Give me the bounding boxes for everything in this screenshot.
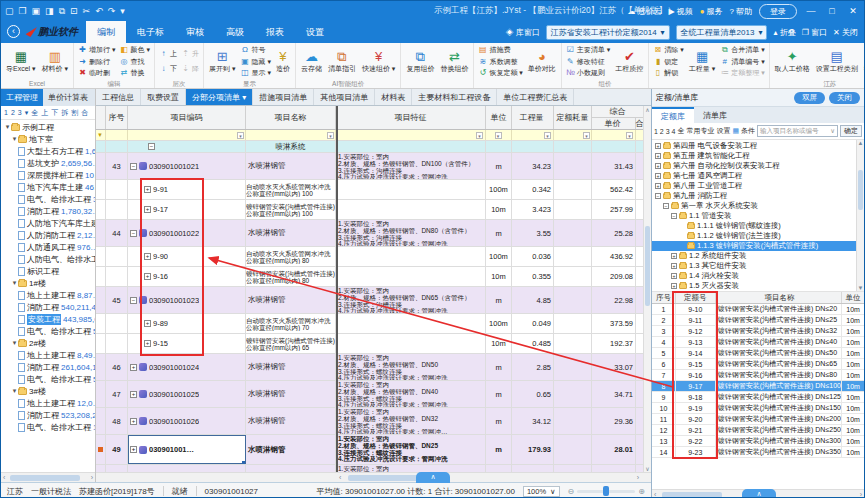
table-row[interactable]: 44−030901001022水喷淋钢管1.安装部位：室内2.材质、规格：热镀锌… bbox=[96, 220, 651, 247]
ribbon-color-button[interactable]: ◧颜色 ▾ bbox=[120, 45, 150, 55]
scroll-down-icon[interactable]: ▼ bbox=[857, 285, 864, 291]
library-tree-item[interactable]: 1.1.2 镀锌钢管(法兰连接) bbox=[652, 231, 864, 241]
filter-dropdown-icon[interactable]: ▾ bbox=[544, 132, 551, 139]
expand-icon[interactable]: − bbox=[655, 193, 661, 199]
ribbon-demote-button[interactable]: ⇣降 bbox=[181, 64, 199, 74]
ribbon-show-button[interactable]: ◫显示 ▾ bbox=[240, 68, 270, 78]
condition-button[interactable]: 条件 bbox=[741, 126, 755, 136]
library-tab-清单库[interactable]: 清单库 bbox=[694, 107, 736, 123]
sidebar-tool-1[interactable]: 1 bbox=[4, 109, 8, 116]
sidebar-tool-2[interactable]: 2 bbox=[11, 109, 15, 116]
ribbon-quantity-button[interactable]: ▦工程量 ▾ bbox=[686, 44, 718, 79]
library-tree-item[interactable]: −第一章 水灭火系统安装 bbox=[652, 201, 864, 211]
filter-dropdown-icon[interactable]: ▾ bbox=[495, 132, 502, 139]
ribbon-list-guide-button[interactable]: ⧉清单指引 bbox=[325, 44, 359, 79]
more-icon[interactable]: ▾ bbox=[120, 6, 125, 16]
ribbon-unlock-button[interactable]: ▯解锁 bbox=[653, 68, 683, 78]
sidebar-tab-单价计算表[interactable]: 单价计算表 bbox=[43, 89, 93, 106]
tree-item[interactable]: 地上土建工程8,87… bbox=[1, 289, 95, 301]
confirm-button[interactable]: 确定 bbox=[840, 125, 862, 137]
sidebar-tool-上[interactable]: 上 bbox=[41, 108, 48, 118]
tree-item[interactable]: 人防通风工程976… bbox=[1, 241, 95, 253]
minimize-button[interactable]: — bbox=[804, 6, 818, 16]
sidebar-tool-下[interactable]: 下 bbox=[51, 108, 58, 118]
library-table-row[interactable]: 129-21镀锌钢管安装(沟槽式管件连接) DN≤25010m bbox=[652, 425, 864, 436]
filter-dropdown-icon[interactable]: ▾ bbox=[327, 132, 334, 139]
undo-icon[interactable]: ↶ bbox=[95, 6, 103, 16]
library-tree-item[interactable]: −1.1 管道安装 bbox=[652, 211, 864, 221]
tree-item[interactable]: 标识工程 bbox=[1, 265, 95, 277]
ribbon-price-compare-button[interactable]: ◕单价对比 bbox=[525, 44, 559, 79]
expand-icon[interactable]: + bbox=[144, 273, 151, 280]
list-library-select[interactable]: 全统工程量清单2013▾ bbox=[676, 25, 768, 40]
tree-item[interactable]: 消防工程261,604,1… bbox=[1, 361, 95, 373]
library-tree-item[interactable]: 1.1.3 镀锌钢管安装(沟槽式管件连接) bbox=[652, 241, 864, 251]
table-row[interactable]: 49+030901001…水喷淋钢管1.安装部位：室内2.材质、规格：热镀锌钢管… bbox=[96, 435, 651, 465]
library-table-row[interactable]: 149-23镀锌钢管安装(沟槽式管件连接) DN≤35010m bbox=[652, 447, 864, 458]
library-window-button[interactable]: ◈ 库窗口 bbox=[506, 27, 540, 38]
tab-取费设置[interactable]: 取费设置 bbox=[141, 89, 186, 105]
ribbon-delete-row-button[interactable]: ➜删除行 bbox=[78, 57, 115, 67]
tree-item[interactable]: 深层搅拌桩工程10… bbox=[1, 169, 95, 181]
expand-bottom-panel-button[interactable]: ∧ bbox=[416, 472, 450, 483]
frozen-pane-divider[interactable] bbox=[336, 106, 338, 472]
maximize-button[interactable]: □ bbox=[825, 6, 839, 16]
tab-单位工程费汇总表[interactable]: 单位工程费汇总表 bbox=[497, 89, 574, 105]
tree-item[interactable]: 地下汽车库土建46… bbox=[1, 181, 95, 193]
table-row[interactable]: +9-15镀锌钢管安装(沟槽式管件连接) 公称直径(mm以内) 6510m0.4… bbox=[96, 334, 651, 354]
ribbon-cloud-storage-button[interactable]: ☁云存储 bbox=[298, 44, 325, 79]
sidebar-tool-3[interactable]: 3 bbox=[18, 109, 22, 116]
tree-item[interactable]: ▾地下室 bbox=[1, 133, 95, 145]
filter-dropdown-icon[interactable]: ▾ bbox=[237, 132, 244, 139]
expand-icon[interactable]: + bbox=[144, 253, 151, 260]
filter-dropdown-icon[interactable]: ▾ bbox=[626, 132, 633, 139]
zoom-out-icon[interactable]: ⊖ bbox=[568, 487, 575, 496]
main-vertical-scrollbar[interactable]: ∧∨ bbox=[643, 106, 651, 472]
ribbon-decimal-rule-button[interactable]: №小数规则 bbox=[566, 68, 610, 78]
ribbon-project-category-button[interactable]: ▤设置工程类别 bbox=[813, 44, 861, 79]
cut-icon[interactable]: ✂ bbox=[83, 6, 91, 16]
expand-icon[interactable]: + bbox=[655, 143, 661, 149]
ribbon-expand-to-button[interactable]: ⊞展开到 ▾ bbox=[206, 44, 238, 79]
ribbon-measure-fee-button[interactable]: ▤措施费 bbox=[478, 45, 522, 55]
library-table-row[interactable]: 39-12镀锌钢管安装(沟槽式管件连接) DN≤3210m bbox=[652, 326, 864, 337]
ribbon-tab-电子标[interactable]: 电子标 bbox=[126, 21, 175, 43]
panel-close-button[interactable]: 关闭 bbox=[829, 92, 860, 104]
group-row[interactable]: −喷淋系统 bbox=[96, 141, 651, 153]
library-tree-item[interactable]: +第五册 建筑智能化工程 bbox=[652, 151, 864, 161]
table-row[interactable]: 45−030901001023水喷淋钢管1.安装部位：室内2.材质、规格：热镀锌… bbox=[96, 287, 651, 314]
collapse-button[interactable]: ▴ 折叠 bbox=[773, 27, 795, 38]
tree-item[interactable]: ▾3#楼 bbox=[1, 385, 95, 397]
scroll-up-icon[interactable]: ▲ bbox=[858, 140, 864, 146]
tree-item[interactable]: 消防工程1,780,32… bbox=[1, 205, 95, 217]
scroll-up-icon[interactable]: ∧ bbox=[645, 107, 649, 113]
table-row[interactable]: 48+030901001026水喷淋钢管1.安装部位：室内2.材质、规格：热镀锌… bbox=[96, 408, 651, 435]
library-tree-item[interactable]: +1.4 消火栓安装 bbox=[652, 271, 864, 281]
ribbon-cost-button[interactable]: ¥造价 bbox=[273, 44, 293, 79]
open-file-icon[interactable]: ❐ bbox=[19, 6, 27, 16]
save-icon[interactable]: ▣ bbox=[32, 6, 41, 16]
library-tree-item[interactable]: +第七册 通风空调工程 bbox=[652, 171, 864, 181]
ribbon-merge-list-button[interactable]: ⧉合并清单 ▾ bbox=[720, 45, 764, 55]
ribbon-promote-button[interactable]: ⇡升 bbox=[181, 49, 199, 59]
library-table-row[interactable]: 69-15镀锌钢管安装(沟槽式管件连接) DN≤6510m bbox=[652, 359, 864, 370]
expand-icon[interactable]: − bbox=[130, 163, 137, 170]
sidebar-tool-合[interactable]: 合 bbox=[81, 108, 88, 118]
tree-item[interactable]: 人防电气、给排水工… bbox=[1, 253, 95, 265]
tree-item[interactable]: 安装工程443,985,6… bbox=[1, 313, 95, 325]
sidebar-tool-全[interactable]: 全 bbox=[31, 108, 38, 118]
ribbon-list-number-button[interactable]: #清单编号 ▾ bbox=[720, 57, 764, 67]
tree-item[interactable]: 电气、给排水工程3… bbox=[1, 193, 95, 205]
expand-icon[interactable]: + bbox=[671, 263, 677, 269]
expand-icon[interactable]: + bbox=[671, 253, 677, 259]
zoom-slider[interactable]: ⊖⊕ bbox=[568, 487, 645, 496]
filter-dropdown-icon[interactable]: ▾ bbox=[583, 132, 590, 139]
table-row[interactable]: +9-91自动喷水灭火系统管网水冲洗 公称直径(mm以内) 100100m0.3… bbox=[96, 180, 651, 200]
tab-其他项目清单[interactable]: 其他项目清单 bbox=[314, 89, 375, 105]
library-search-input[interactable]: 输入项目名称或编号∨ bbox=[757, 125, 838, 137]
sidebar-tool-▾[interactable]: ▾ bbox=[25, 109, 29, 117]
new-file-icon[interactable]: ▢ bbox=[5, 6, 14, 16]
settings-button[interactable]: 设置 bbox=[716, 126, 730, 136]
library-table-row[interactable]: 19-10镀锌钢管安装(沟槽式管件连接) DN≤2010m bbox=[652, 304, 864, 315]
tree-item[interactable]: 地上土建工程8,49… bbox=[1, 349, 95, 361]
